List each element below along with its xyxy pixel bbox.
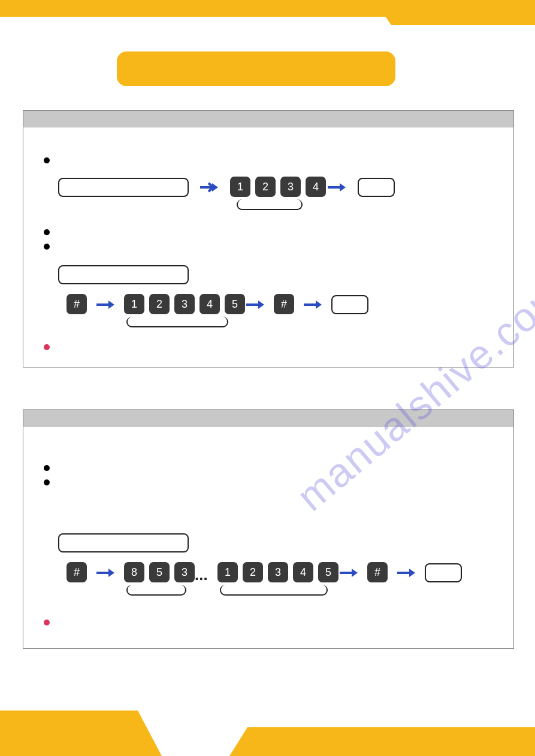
key-digit: 8 [124, 562, 144, 582]
key-digit: 5 [149, 562, 170, 582]
key-digit: 4 [306, 177, 326, 197]
svg-marker-1 [340, 183, 346, 192]
bullet-icon [44, 229, 50, 235]
arrow-right-icon [304, 299, 322, 311]
title-box [117, 51, 395, 86]
svg-marker-0 [212, 183, 218, 192]
key-digit: 2 [243, 562, 263, 582]
key-row-a: 8 5 3 [124, 562, 197, 582]
arrow-right-icon [246, 299, 264, 311]
key-digit: 1 [230, 177, 250, 197]
key-hash: # [67, 562, 89, 582]
key-digit: 3 [174, 294, 195, 314]
svg-marker-4 [316, 300, 322, 309]
key-row: 1 2 3 4 [230, 177, 328, 197]
arrow-right-icon [340, 567, 358, 579]
arrow-right-icon [397, 567, 415, 579]
panel-2-header [23, 410, 513, 427]
key-digit: 5 [318, 562, 338, 582]
input-box [58, 265, 189, 284]
key-digit: 5 [225, 294, 245, 314]
key-digit: 4 [293, 562, 313, 582]
svg-marker-5 [108, 569, 114, 577]
key-hash: # [367, 562, 388, 582]
output-box [358, 178, 395, 197]
input-box [58, 533, 189, 552]
bullet-icon [44, 244, 50, 250]
key-row: 1 2 3 4 5 [124, 294, 247, 314]
top-bar [0, 0, 395, 17]
arrow-right-icon [96, 299, 114, 311]
bullet-icon [44, 465, 50, 471]
red-bullet-icon [44, 344, 50, 350]
svg-marker-7 [409, 569, 415, 577]
key-hash: # [367, 562, 390, 582]
bottom-right-bar [247, 727, 535, 756]
key-digit: 2 [149, 294, 170, 314]
arrow-right-icon [200, 181, 218, 193]
key-digit: 3 [174, 562, 195, 582]
output-box [425, 563, 462, 582]
panel-2: # 8 5 3 ... 1 2 3 4 5 # [23, 409, 514, 649]
key-hash: # [67, 294, 89, 314]
key-hash: # [274, 294, 294, 314]
bracket-under [126, 317, 228, 327]
key-digit: 4 [200, 294, 220, 314]
output-box [331, 295, 368, 314]
key-digit: 3 [268, 562, 288, 582]
arrow-right-icon [328, 181, 346, 193]
key-hash: # [274, 294, 297, 314]
key-hash: # [67, 294, 87, 314]
svg-marker-6 [352, 569, 358, 577]
ellipsis: ... [195, 566, 208, 584]
key-digit: 1 [217, 562, 238, 582]
bottom-left-corner [0, 711, 138, 756]
bracket-under [126, 585, 186, 596]
bullet-icon [44, 157, 50, 163]
arrow-right-icon [96, 567, 114, 579]
key-row-b: 1 2 3 4 5 [217, 562, 341, 582]
input-box [58, 178, 189, 197]
svg-marker-3 [258, 300, 264, 309]
svg-marker-2 [108, 300, 114, 309]
top-corner [391, 0, 535, 25]
panel-1: 1 2 3 4 # 1 2 3 4 5 # [23, 110, 514, 368]
panel-1-header [23, 111, 513, 127]
key-digit: 1 [124, 294, 144, 314]
bracket-under [220, 585, 328, 596]
red-bullet-icon [44, 620, 50, 626]
key-digit: 2 [255, 177, 276, 197]
key-hash: # [67, 562, 87, 582]
bullet-icon [44, 479, 50, 485]
bracket-under [237, 199, 303, 210]
key-digit: 3 [280, 177, 301, 197]
